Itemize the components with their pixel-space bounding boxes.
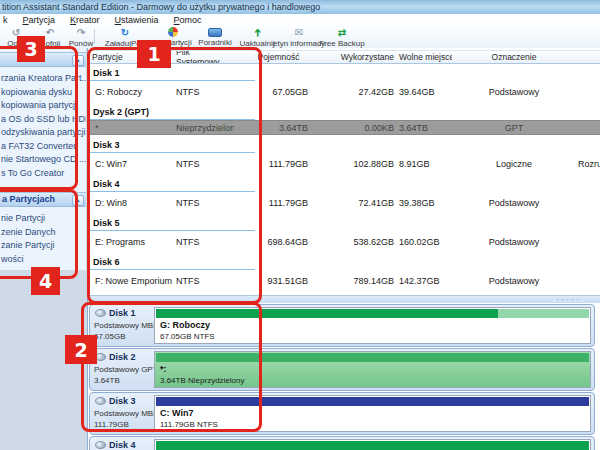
disk-card-size: 111.79GB bbox=[94, 420, 129, 429]
sidebar-item-list: nie Partycjizenie Danychzanie Partycjiwo… bbox=[0, 207, 86, 266]
col-header-used[interactable]: Wykorzystane bbox=[308, 50, 399, 64]
chevron-up-icon[interactable]: ▲ bbox=[72, 55, 84, 66]
cell-label: Podstawowy bbox=[452, 270, 576, 291]
menu-item-kreator[interactable]: Kreator bbox=[70, 15, 100, 25]
toolbar-button-redo[interactable]: Ponów bbox=[66, 27, 96, 47]
sidebar-item[interactable]: rzania Kreatora Part... bbox=[0, 72, 86, 86]
cell-partition: * bbox=[88, 121, 180, 134]
disk-group-name: Disk 1 bbox=[93, 68, 120, 78]
cell-status bbox=[576, 81, 600, 102]
sidebar-item[interactable]: wości bbox=[0, 253, 86, 267]
disk-card[interactable]: Disk 4Podstawowy MBRD: Win8 bbox=[89, 436, 595, 450]
table-data-row[interactable]: *Nieprzydzielony3.64TB0.00KB3.64TBGPT bbox=[88, 120, 600, 135]
sidebar-item[interactable]: odzyskiwania partycji bbox=[0, 126, 86, 140]
partition-block[interactable]: G: Roboczy67.05GB NTFS bbox=[154, 307, 591, 344]
app-window: tition Assistant Standard Edition - Darm… bbox=[0, 0, 600, 450]
disk-card-name: Disk 2 bbox=[95, 352, 136, 362]
disk-icon bbox=[95, 397, 106, 405]
menu-item-pomoc[interactable]: Pomoc bbox=[174, 15, 202, 25]
disk-group-name: Disk 6 bbox=[93, 257, 120, 267]
cell-status bbox=[576, 231, 600, 252]
partition-subtitle: 3.64TB Nieprzydzielony bbox=[160, 376, 244, 385]
col-header-label[interactable]: Oznaczenie bbox=[452, 50, 577, 64]
free-backup-icon bbox=[338, 27, 346, 38]
sidebar-section-header[interactable]: a Partycjach▲ bbox=[0, 192, 86, 207]
cell-used: 72.41GB bbox=[308, 192, 398, 213]
table-group-row[interactable]: Disk 3 bbox=[88, 135, 600, 153]
sidebar-item-list: rzania Kreatora Part...kopiowania dyskuk… bbox=[0, 67, 86, 180]
partition-block[interactable]: *:3.64TB Nieprzydzielony bbox=[154, 351, 591, 388]
table-group-row[interactable]: Disk 6 bbox=[88, 252, 600, 270]
disk-map-row: Disk 4Podstawowy MBRD: Win8 bbox=[88, 435, 600, 450]
cell-status bbox=[576, 270, 600, 291]
menu-item-partycja[interactable]: Partycja bbox=[23, 15, 56, 25]
partition-block[interactable]: C: Win7111.79GB NTFS bbox=[154, 395, 591, 432]
toolbar-button-tutorials[interactable]: Poradniki bbox=[194, 27, 236, 47]
sidebar-item[interactable]: a OS do SSD lub HDD bbox=[0, 113, 86, 127]
partition-block[interactable]: D: Win8 bbox=[154, 439, 591, 450]
toolbar-button-free-backup[interactable]: Free Backup bbox=[316, 27, 368, 47]
cell-status bbox=[576, 121, 600, 134]
cell-status bbox=[576, 192, 600, 213]
menu-item-k[interactable]: k bbox=[3, 15, 8, 25]
sidebar-item[interactable]: kopiowania partycji bbox=[0, 99, 86, 113]
cell-label: Logiczne bbox=[452, 153, 576, 174]
disk-card-name: Disk 4 bbox=[95, 440, 136, 450]
toolbar-button-label: Poradniki bbox=[198, 38, 231, 47]
undo-icon bbox=[46, 27, 54, 38]
cell-free: 142.37GB bbox=[394, 270, 457, 291]
cell-status: Rozruch bbox=[576, 153, 600, 174]
cell-capacity: 3.64TB bbox=[249, 121, 314, 134]
disk-card-type: Podstawowy MBR bbox=[94, 321, 159, 330]
chevron-up-icon[interactable]: ▲ bbox=[72, 195, 84, 206]
disk-card[interactable]: Disk 1Podstawowy MBR67.05GBG: Roboczy67.… bbox=[89, 304, 595, 347]
disk-card-name: Disk 3 bbox=[95, 396, 136, 406]
used-space-strip bbox=[156, 353, 589, 362]
partition-title: G: Roboczy bbox=[160, 320, 210, 330]
partition-title: C: Win7 bbox=[160, 408, 193, 418]
disk-card[interactable]: Disk 3Podstawowy MBR111.79GBC: Win7111.7… bbox=[89, 392, 595, 435]
partition-subtitle: 67.05GB NTFS bbox=[160, 332, 215, 341]
col-header-free[interactable]: Wolne miejsce bbox=[394, 50, 458, 64]
sidebar-item[interactable]: nie Partycji bbox=[0, 212, 86, 226]
table-data-row[interactable]: G: RoboczyNTFS67.05GB27.42GB39.64GBPodst… bbox=[88, 81, 600, 102]
cell-used: 102.88GB bbox=[308, 153, 398, 174]
table-data-row[interactable]: C: Win7NTFS111.79GB102.88GB8.91GBLogiczn… bbox=[88, 153, 600, 174]
disk-group-name: Dysk 2 (GPT) bbox=[93, 107, 149, 117]
col-header-filesystem[interactable]: Plik Systemowy bbox=[173, 50, 235, 64]
strip-filled bbox=[156, 309, 498, 318]
disk-map-row: Disk 1Podstawowy MBR67.05GBG: Roboczy67.… bbox=[88, 303, 600, 347]
strip-filled bbox=[156, 441, 589, 450]
disk-card-type: Podstawowy GPT bbox=[94, 365, 158, 374]
sidebar-item[interactable]: a FAT32 Converter bbox=[0, 140, 86, 154]
annotation-label-4: 4 bbox=[31, 267, 60, 295]
col-header-status[interactable] bbox=[576, 50, 600, 64]
col-header-capacity[interactable]: Pojemność bbox=[249, 50, 309, 64]
disk-card-size: 3.64TB bbox=[94, 376, 120, 385]
cell-partition: E: Programs bbox=[88, 231, 180, 252]
sidebar-item[interactable]: s To Go Creator bbox=[0, 167, 86, 181]
table-data-row[interactable]: F: Nowe EmporiumNTFS931.51GB789.14GB142.… bbox=[88, 270, 600, 291]
sidebar-item[interactable]: kopiowania dysku bbox=[0, 86, 86, 100]
menu-item-ustawienia[interactable]: Ustawienia bbox=[115, 15, 159, 25]
table-group-row[interactable]: Dysk 2 (GPT) bbox=[88, 102, 600, 120]
sidebar-item[interactable]: nie Startowego CD ... bbox=[0, 153, 86, 167]
cell-filesystem: NTFS bbox=[173, 231, 234, 252]
table-group-row[interactable]: Disk 4 bbox=[88, 174, 600, 192]
table-data-row[interactable]: E: ProgramsNTFS698.64GB538.62GB160.02GBP… bbox=[88, 231, 600, 252]
toolbar-button-label: Ponów bbox=[69, 39, 93, 48]
redo-icon bbox=[77, 27, 85, 38]
disk-card[interactable]: Disk 2Podstawowy GPT3.64TB*:3.64TB Niepr… bbox=[89, 348, 595, 391]
disk-card-name-text: Disk 4 bbox=[109, 440, 136, 450]
col-header-spacer[interactable] bbox=[231, 50, 250, 64]
used-space-strip bbox=[156, 397, 589, 406]
cell-free: 3.64TB bbox=[394, 121, 457, 134]
table-data-row[interactable]: D: Win8NTFS111.79GB72.41GB39.38GBPodstaw… bbox=[88, 192, 600, 213]
cell-capacity: 698.64GB bbox=[249, 231, 314, 252]
table-group-row[interactable]: Disk 5 bbox=[88, 213, 600, 231]
toolbar-button-label: Uaktualnij bbox=[239, 39, 274, 48]
sidebar-item[interactable]: zanie Partycji bbox=[0, 239, 86, 253]
tutorials-icon bbox=[208, 28, 222, 37]
sidebar-item[interactable]: zenie Danych bbox=[0, 226, 86, 240]
disk-card-size: 67.05GB bbox=[94, 332, 126, 341]
